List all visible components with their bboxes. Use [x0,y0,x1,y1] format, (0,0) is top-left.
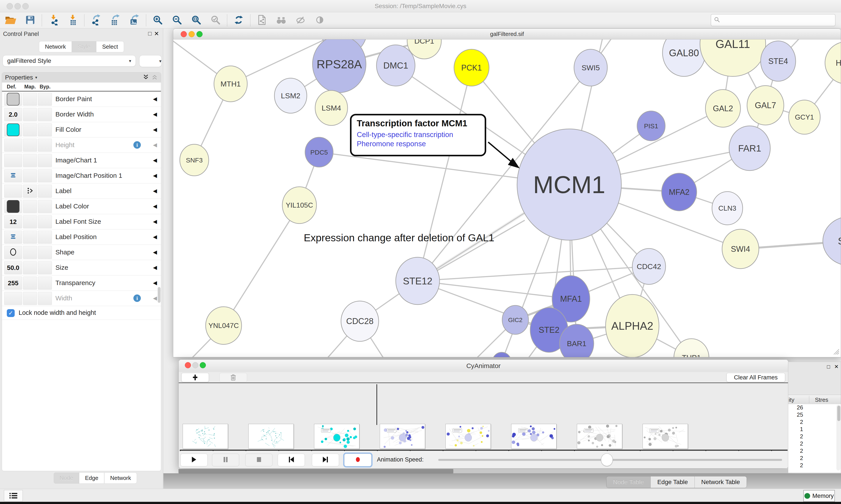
table-row[interactable]: 2 [788,462,841,469]
collapse-all-icon[interactable] [151,74,158,81]
network-node-yil105c[interactable]: YIL105C [282,187,317,223]
mapping-cell[interactable] [23,276,37,290]
default-cell[interactable]: 255 [4,276,22,290]
table-row[interactable]: 2 [788,440,841,448]
table-row[interactable]: 1 [788,426,841,433]
frame-thumbnail-7[interactable] [643,424,688,449]
memory-button[interactable]: Memory [803,490,835,502]
expand-row-icon[interactable]: ◀ [153,96,157,102]
lock-size-checkbox[interactable]: ✓ [7,309,15,317]
default-value[interactable]: 50.0 [7,264,19,271]
network-file-button[interactable] [252,13,272,28]
mapping-cell[interactable] [23,108,37,121]
tab-edge[interactable]: Edge [79,472,104,484]
tab-edge-table[interactable]: Edge Table [651,476,695,488]
property-row-image-chart-position-1[interactable]: Image/Chart Position 1◀ [2,168,161,183]
zoom-out-button[interactable] [167,13,186,28]
expand-row-icon[interactable]: ◀ [153,203,157,209]
search-box[interactable] [711,14,836,26]
network-window-titlebar[interactable]: galFiltered.sif [173,29,841,39]
property-row-fill-color[interactable]: Fill Color◀ [2,122,161,138]
cyanimator-titlebar[interactable]: CyAnimator [179,360,788,372]
mapping-cell[interactable] [23,93,37,106]
delete-frame-button[interactable] [219,373,247,382]
speed-slider-knob[interactable] [601,453,613,466]
annotation-link[interactable]: Cell-type-specific transcription [357,130,479,139]
tab-network[interactable]: Network [39,41,72,52]
network-node-swi5[interactable]: SWI5 [574,49,607,86]
resize-grip[interactable] [832,347,839,356]
table-horizontal-scrollbar[interactable] [179,469,788,473]
style-selector[interactable]: galFiltered Style ▾ [3,55,136,67]
search-input[interactable] [722,17,828,24]
property-row-border-paint[interactable]: Border Paint◀ [2,91,161,107]
bypass-cell[interactable] [38,154,52,167]
info-icon[interactable]: i [133,294,141,302]
default-cell[interactable] [4,184,22,198]
discrete-mapping-icon[interactable] [26,187,34,195]
mapping-cell[interactable] [23,169,37,182]
panel-scrollbar[interactable] [158,287,161,303]
bypass-cell[interactable] [38,108,52,121]
expand-row-icon[interactable]: ◀ [153,157,157,163]
position-icon[interactable] [10,172,16,179]
default-cell[interactable] [4,154,22,167]
property-row-label-position[interactable]: Label Position◀ [2,230,161,245]
bypass-cell[interactable] [38,200,52,213]
stop-button[interactable] [245,454,272,466]
hide-graphics-button[interactable] [291,13,310,28]
network-node-tup1[interactable]: TUP1 [674,339,709,357]
network-node-ynl047c[interactable]: YNL047C [205,307,241,344]
network-node-alpha2[interactable]: ALPHA2 [606,294,659,357]
bypass-cell[interactable] [38,215,52,228]
default-value-swatch[interactable] [7,124,19,136]
results-scrollbar-thumb[interactable] [837,406,840,421]
network-node-gcy1[interactable]: GCY1 [789,100,820,134]
tab-style[interactable]: Style [72,41,96,52]
network-node-pis1[interactable]: PIS1 [637,111,665,141]
tab-select[interactable]: Select [96,41,124,52]
mapping-cell[interactable] [23,184,37,198]
next-frame-button[interactable] [312,454,339,466]
network-node-mcm1[interactable]: MCM1 [517,129,621,240]
annotation-link[interactable]: Pheromone response [357,140,479,148]
property-row-image-chart-1[interactable]: Image/Chart 1◀ [2,153,161,168]
import-network-button[interactable] [44,13,63,28]
network-node-hap2[interactable]: HAP2 [825,42,841,84]
expand-row-icon[interactable]: ◀ [153,188,157,194]
cyanimator-timeline[interactable]: 0123456789Seconds [179,383,788,452]
mapping-cell[interactable] [23,154,37,167]
network-node-gal80[interactable]: GAL80 [662,39,705,76]
network-node-ste4[interactable]: STE4 [761,41,796,81]
bypass-cell[interactable] [38,123,52,137]
expand-row-icon[interactable]: ◀ [153,111,157,118]
default-cell[interactable]: 50.0 [4,261,22,274]
mapping-cell[interactable] [23,292,37,305]
info-icon[interactable]: i [133,141,141,149]
task-history-button[interactable] [4,490,23,501]
close-panel-icon[interactable]: ✕ [154,30,159,37]
results-column-headers[interactable]: ity Stres [788,395,841,404]
refresh-layout-button[interactable] [229,13,248,28]
render-detail-button[interactable] [310,13,329,28]
network-node-dmc1[interactable]: DMC1 [376,45,415,86]
table-row[interactable]: 2 [788,448,841,455]
bypass-cell[interactable] [38,139,52,152]
table-row[interactable]: 25 [788,411,841,419]
network-node-swi4[interactable]: SWI4 [722,229,759,269]
expand-row-icon[interactable]: ◀ [153,218,157,224]
table-row[interactable]: 2 [788,419,841,426]
network-node-rps28a[interactable]: RPS28A [312,39,366,93]
mapping-cell[interactable] [23,246,37,259]
network-node-gic2[interactable]: GIC2 [502,305,529,334]
network-node-pdc5[interactable]: PDC5 [305,137,333,167]
mapping-cell[interactable] [23,123,37,137]
default-cell[interactable] [4,231,22,244]
network-node-cdc42[interactable]: CDC42 [632,249,666,284]
frame-thumbnail-1[interactable] [248,424,294,449]
expand-row-icon[interactable]: ◀ [153,265,157,271]
network-node-gal11[interactable]: GAL11 [700,39,766,76]
table-row[interactable]: 2 [788,455,841,462]
record-button[interactable] [344,454,372,466]
position-icon[interactable] [10,234,16,240]
